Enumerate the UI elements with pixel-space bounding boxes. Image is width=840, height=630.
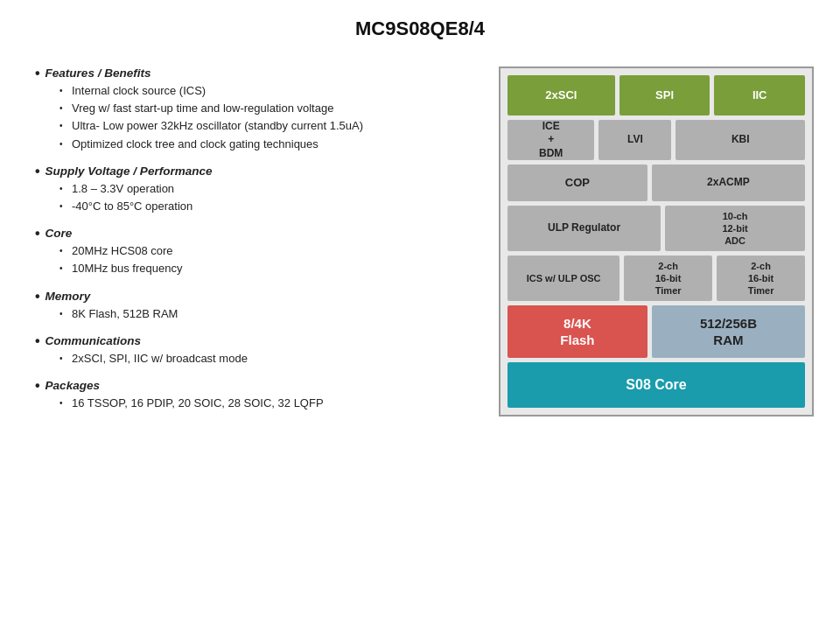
section-title-supply-voltage: Supply Voltage / Performance [35, 164, 472, 178]
section-title-core: Core [35, 227, 472, 241]
block-iic: IIC [714, 75, 805, 116]
section-title-packages: Packages [35, 379, 472, 393]
block-diagram-panel: 2xSCI SPI IIC ICE+BDM LVI KBI COP 2xACMP… [499, 66, 814, 416]
block-ics-ulp-osc: ICS w/ ULP OSC [508, 256, 620, 301]
sub-list-memory: 8K Flash, 512B RAM [60, 306, 472, 322]
sub-list-packages: 16 TSSOP, 16 PDIP, 20 SOIC, 28 SOIC, 32 … [60, 396, 472, 411]
row-debug: ICE+BDM LVI KBI [508, 120, 805, 160]
block-ulp-regulator: ULP Regulator [508, 206, 661, 251]
section-title-features-benefits: Features / Benefits [35, 66, 472, 80]
row-ics: ICS w/ ULP OSC 2-ch16-bitTimer 2-ch16-bi… [508, 256, 805, 301]
list-item: -40°C to 85°C operation [60, 199, 472, 214]
list-item: 8K Flash, 512B RAM [60, 306, 472, 322]
section-memory: Memory8K Flash, 512B RAM [35, 290, 472, 322]
sub-list-communications: 2xSCI, SPI, IIC w/ broadcast mode [60, 351, 472, 367]
list-item: Vreg w/ fast start-up time and low-regul… [60, 101, 472, 116]
sub-list-supply-voltage: 1.8 – 3.3V operation-40°C to 85°C operat… [60, 181, 472, 214]
block-lvi: LVI [598, 120, 671, 160]
sub-list-core: 20MHz HCS08 core10MHz bus frequency [60, 243, 472, 276]
features-panel: Features / BenefitsInternal clock source… [26, 66, 472, 424]
block-spi: SPI [620, 75, 710, 116]
section-title-communications: Communications [35, 334, 472, 348]
list-item: 1.8 – 3.3V operation [60, 181, 472, 197]
list-item: Internal clock source (ICS) [60, 83, 472, 99]
block-ram: 512/256BRAM [652, 305, 805, 358]
section-supply-voltage: Supply Voltage / Performance1.8 – 3.3V o… [35, 164, 472, 214]
block-timer1: 2-ch16-bitTimer [624, 256, 712, 301]
section-core: Core20MHz HCS08 core10MHz bus frequency [35, 227, 472, 276]
section-packages: Packages16 TSSOP, 16 PDIP, 20 SOIC, 28 S… [35, 379, 472, 411]
main-layout: Features / BenefitsInternal clock source… [26, 66, 814, 424]
row-mem: 8/4KFlash 512/256BRAM [508, 305, 805, 358]
list-item: Optimized clock tree and clock gating te… [60, 136, 472, 152]
row-cop: COP 2xACMP [508, 164, 805, 201]
block-cop: COP [508, 164, 648, 201]
list-item: 10MHz bus frequency [60, 261, 472, 276]
block-ice-bdm: ICE+BDM [508, 120, 594, 160]
section-communications: Communications2xSCI, SPI, IIC w/ broadca… [35, 334, 472, 367]
block-diagram: 2xSCI SPI IIC ICE+BDM LVI KBI COP 2xACMP… [499, 66, 814, 416]
sub-list-features-benefits: Internal clock source (ICS)Vreg w/ fast … [60, 83, 472, 152]
section-title-memory: Memory [35, 290, 472, 304]
list-item: 20MHz HCS08 core [60, 243, 472, 259]
block-2xsci: 2xSCI [508, 75, 615, 116]
list-item: 2xSCI, SPI, IIC w/ broadcast mode [60, 351, 472, 367]
page-title: MC9S08QE8/4 [26, 18, 814, 40]
row-core: S08 Core [508, 362, 805, 408]
block-s08-core: S08 Core [508, 362, 805, 408]
list-item: 16 TSSOP, 16 PDIP, 20 SOIC, 28 SOIC, 32 … [60, 396, 472, 411]
block-flash: 8/4KFlash [508, 305, 648, 358]
block-2xacmp: 2xACMP [652, 164, 805, 201]
row-ulp: ULP Regulator 10-ch12-bitADC [508, 206, 805, 251]
section-features-benefits: Features / BenefitsInternal clock source… [35, 66, 472, 152]
row-comms: 2xSCI SPI IIC [508, 75, 805, 116]
list-item: Ultra- Low power 32kHz oscillator (stand… [60, 118, 472, 134]
block-timer2: 2-ch16-bitTimer [717, 256, 805, 301]
block-adc: 10-ch12-bitADC [665, 206, 805, 251]
block-kbi: KBI [676, 120, 805, 160]
